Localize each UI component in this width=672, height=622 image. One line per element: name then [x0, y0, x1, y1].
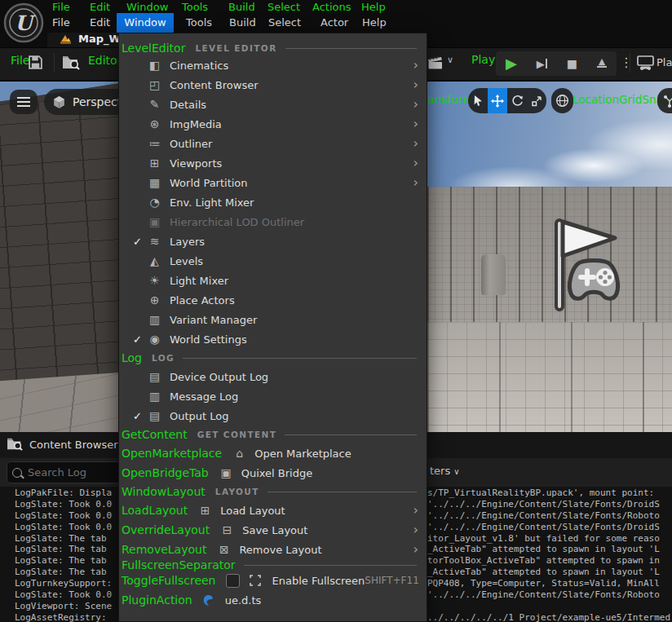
- viewport-menu-button[interactable]: [10, 90, 38, 114]
- grid-snap-button[interactable]: [657, 88, 672, 113]
- frame-skip-button[interactable]: ▶: [537, 59, 547, 69]
- log-line: ../../../../../1 Project/example-ue5/Int…: [427, 612, 672, 622]
- chevron-down-icon[interactable]: ∨: [447, 55, 453, 65]
- play-button[interactable]: ▶: [506, 56, 517, 71]
- log-line: torToolBox_ActiveTab" attempted to spawn…: [427, 555, 672, 567]
- log-line: '../../../Engine/Content/Slate/Fonts/Rob…: [427, 589, 672, 601]
- output-log-icon: ▤: [147, 410, 162, 421]
- menu-item-viewports[interactable]: ⊞Viewports›: [119, 153, 427, 173]
- submenu-arrow-icon: ›: [409, 78, 418, 91]
- submenu-arrow-icon: ›: [409, 523, 418, 536]
- menubar-item-tools[interactable]: Tools: [186, 16, 212, 29]
- eject-button[interactable]: ▲: [597, 60, 607, 68]
- menubar-item-build[interactable]: Build: [229, 16, 256, 29]
- world-settings-icon: ◉: [147, 333, 162, 345]
- menu-item-levels[interactable]: ◭Levels: [119, 251, 427, 271]
- cinematics-toolbar-button[interactable]: [427, 55, 444, 70]
- log-line: LogAssetRegistry:: [15, 612, 118, 622]
- scale-icon: [531, 95, 542, 107]
- submenu-arrow-icon: ›: [409, 59, 418, 72]
- world-space-toggle-button[interactable]: [551, 88, 573, 113]
- level-tab-icon: [60, 33, 72, 45]
- menu-item-label: Hierarchical LOD Outliner: [170, 216, 409, 228]
- menu-item-label: Viewports: [170, 157, 409, 170]
- scene-floor: [427, 322, 672, 432]
- menu-item-outliner[interactable]: ≔Outliner›: [119, 134, 427, 153]
- menu-item-save-layout[interactable]: OverrideLayout⊟Save Layout›: [119, 520, 427, 540]
- menubar-item-window[interactable]: Window: [117, 13, 174, 33]
- unreal-logo-icon: U: [2, 2, 45, 44]
- menu-item-env-light-mixer[interactable]: ◔Env. Light Mixer: [119, 192, 427, 212]
- menu-section-header: LevelEditorLEVEL EDITOR: [119, 41, 427, 55]
- menu-item-content-browser[interactable]: ◰Content Browser›: [119, 75, 427, 95]
- submenu-arrow-icon: ›: [409, 117, 418, 130]
- content-browser-button[interactable]: [62, 55, 81, 71]
- menu-item-device-output-log[interactable]: ▤Device Output Log: [119, 367, 427, 386]
- save-all-button[interactable]: [28, 55, 43, 70]
- separator-line: [183, 358, 417, 359]
- play-options-kebab-icon[interactable]: ⋮: [620, 55, 633, 70]
- search-log-input[interactable]: [26, 465, 103, 479]
- platforms-button[interactable]: [637, 55, 656, 71]
- log-line: s/TP_VirtualRealityBP.upack', mount poin…: [427, 487, 672, 499]
- menubar-debug-build: Build: [228, 1, 255, 13]
- menubar-item-edit[interactable]: Edit: [90, 16, 110, 29]
- ue-dts-plugin-icon: [202, 594, 218, 607]
- menubar-item-select[interactable]: Select: [268, 16, 301, 29]
- menu-item-light-mixer[interactable]: ☀Light Mixer: [119, 271, 427, 290]
- menu-item-world-partition[interactable]: ▦World Partition›: [119, 173, 427, 192]
- menu-item-remove-layout[interactable]: RemoveLayout⊠Remove Layout›: [119, 540, 427, 559]
- message-log-icon: ▥: [147, 390, 162, 402]
- debug-label: WindowLayout: [122, 485, 206, 498]
- menu-item-label: Cinematics: [170, 60, 409, 72]
- menu-item-variant-manager[interactable]: ▥Variant Manager: [119, 310, 427, 329]
- content-browser-tab[interactable]: Content Browser: [7, 437, 118, 452]
- menu-item-details[interactable]: ✎Details›: [119, 95, 427, 114]
- menubar-item-file[interactable]: File: [52, 16, 70, 29]
- menu-item-world-settings[interactable]: ✓◉World Settings: [119, 329, 427, 349]
- floppy-disk-icon: [28, 55, 43, 70]
- select-tool-button[interactable]: [468, 88, 488, 113]
- fullscreen-checkbox[interactable]: [226, 574, 240, 588]
- menu-item-label: Layers: [170, 236, 409, 248]
- debug-label: OverrideLayout: [122, 523, 210, 536]
- menu-item-cinematics[interactable]: ◧Cinematics›: [119, 55, 427, 75]
- filters-dropdown[interactable]: ters ∨: [430, 465, 460, 477]
- menu-item-place-actors[interactable]: ⊕Place Actors: [119, 290, 427, 310]
- menubar-item-actor[interactable]: Actor: [321, 16, 348, 29]
- level-viewport-right[interactable]: ansform: [427, 82, 672, 432]
- menu-item-ue-d-ts[interactable]: PluginActionue.d.ts: [119, 590, 427, 610]
- clapperboard-icon: [427, 55, 444, 70]
- submenu-arrow-icon: ›: [409, 504, 418, 517]
- menu-item-message-log[interactable]: ▥Message Log: [119, 386, 427, 406]
- menu-item-label: Light Mixer: [170, 275, 409, 287]
- menu-item-enable-fullscreen[interactable]: ToggleFullscreenEnable FullscreenSHIFT+F…: [119, 571, 427, 590]
- log-line: LogSlate: Took 0.0: [15, 499, 118, 510]
- transform-debug-label: ansform: [427, 93, 474, 106]
- log-line: LogSlate: Took 0.0: [15, 510, 118, 522]
- menu-item-label: Output Log: [170, 410, 409, 422]
- menu-item-open-marketplace[interactable]: OpenMarketplace⌂Open Marketplace: [119, 443, 427, 463]
- separator-line: [285, 435, 417, 435]
- section-title: LEVEL EDITOR: [195, 43, 276, 53]
- marketplace-bag-icon: ⌂: [232, 448, 247, 459]
- transform-toolbar: ansform: [427, 88, 672, 116]
- stop-button[interactable]: ■: [567, 58, 577, 69]
- menubar-debug-file: File: [52, 1, 70, 13]
- menubar-item-help[interactable]: Help: [362, 16, 387, 29]
- log-line: '../../../Engine/Content/Slate/Fonts/Dro…: [427, 522, 672, 533]
- scale-tool-button[interactable]: [527, 88, 546, 113]
- levels-icon: ◭: [147, 255, 162, 267]
- menu-item-imgmedia[interactable]: ⊛ImgMedia›: [119, 114, 427, 134]
- menu-item-output-log[interactable]: ✓▤Output Log: [119, 406, 427, 426]
- move-tool-button[interactable]: [488, 88, 507, 113]
- check-icon: ✓: [133, 410, 147, 422]
- menu-item-load-layout[interactable]: LoadLayout⊞Load Layout›: [119, 501, 427, 520]
- rotate-tool-button[interactable]: [507, 88, 527, 113]
- menu-item-label: Quixel Bridge: [241, 467, 409, 479]
- menu-item-layers[interactable]: ✓≋Layers: [119, 232, 427, 251]
- world-partition-icon: ▦: [147, 177, 162, 188]
- menu-item-quixel-bridge[interactable]: OpenBridgeTab▣Quixel Bridge: [119, 463, 427, 483]
- search-log-box[interactable]: [7, 461, 122, 483]
- details-pencil-icon: ✎: [147, 99, 162, 110]
